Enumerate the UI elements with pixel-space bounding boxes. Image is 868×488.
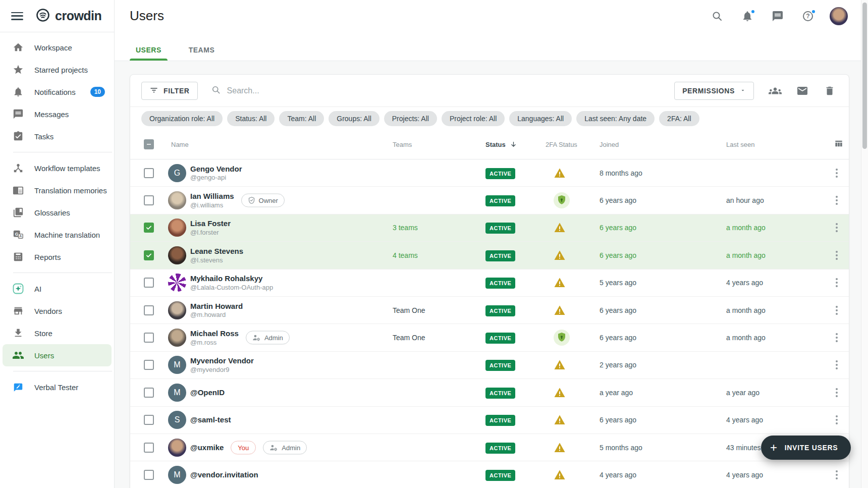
teams-link[interactable]: Team One (393, 306, 425, 314)
filter-chip-project-role[interactable]: Project role: All (442, 111, 505, 126)
user-name[interactable]: Gengo Vendor (190, 164, 242, 174)
filter-chip-organization-role[interactable]: Organization role: All (141, 111, 223, 126)
sidebar-item-starred-projects[interactable]: Starred projects (0, 59, 114, 81)
scrollbar-thumb[interactable] (862, 3, 867, 149)
column-header-joined[interactable]: Joined (600, 141, 619, 148)
teams-link[interactable]: 3 teams (393, 224, 418, 232)
table-row[interactable]: S@saml-testACTIVE6 years ago4 years ago (130, 407, 849, 434)
user-name[interactable]: @saml-test (190, 415, 231, 425)
user-name[interactable]: @uxmike (190, 443, 224, 452)
user-name[interactable]: Ian Williams (190, 192, 234, 201)
row-menu-icon[interactable] (834, 276, 840, 289)
row-checkbox[interactable] (144, 168, 154, 178)
row-checkbox[interactable] (144, 223, 154, 233)
table-row[interactable]: Martin Howard@m.howardTeam OneACTIVE6 ye… (130, 297, 849, 324)
table-row[interactable]: MMyvendor Vendor@myvendor9ACTIVE2 years … (130, 352, 849, 379)
row-checkbox[interactable] (144, 415, 154, 425)
column-header-teams[interactable]: Teams (393, 141, 412, 148)
sidebar-item-workspace[interactable]: Workspace (0, 36, 114, 59)
user-name[interactable]: @vendor.invitation (190, 470, 258, 480)
table-row[interactable]: Michael Ross@m.rossAdminTeam OneACTIVE6 … (130, 324, 849, 351)
sidebar-item-machine-translation[interactable]: GAMachine translation (0, 224, 114, 246)
messages-icon[interactable] (769, 8, 786, 25)
sidebar-item-ai[interactable]: AI (0, 278, 114, 300)
column-header-name[interactable]: Name (171, 141, 189, 148)
filter-chip-team[interactable]: Team: All (279, 111, 324, 126)
row-checkbox[interactable] (144, 333, 154, 343)
row-menu-icon[interactable] (834, 468, 840, 481)
row-checkbox[interactable] (144, 470, 154, 480)
row-menu-icon[interactable] (834, 331, 840, 344)
user-name[interactable]: Michael Ross (190, 329, 239, 339)
table-row[interactable]: Mykhailo Rohalskyy@Lalala-Custom-OAuth-a… (130, 269, 849, 297)
sidebar-item-users[interactable]: Users (3, 344, 112, 366)
table-row[interactable]: Leane Stevens@l.stevens4 teamsACTIVE6 ye… (130, 242, 849, 269)
notifications-bell-icon[interactable] (739, 8, 756, 25)
sidebar-item-verbal-tester[interactable]: Verbal Tester (0, 376, 114, 398)
sidebar-item-workflow-templates[interactable]: Workflow templates (0, 157, 114, 179)
sidebar-item-tasks[interactable]: Tasks (0, 125, 114, 147)
tab-users[interactable]: USERS (130, 46, 168, 61)
user-name[interactable]: Martin Howard (190, 301, 243, 311)
sidebar-item-messages[interactable]: Messages (0, 103, 114, 125)
row-checkbox[interactable] (144, 250, 154, 260)
search-icon[interactable] (709, 8, 726, 25)
sidebar-item-vendors[interactable]: Vendors (0, 300, 114, 322)
filter-chip-last-seen[interactable]: Last seen: Any date (576, 111, 655, 126)
sidebar-item-reports[interactable]: Reports (0, 246, 114, 268)
invite-users-button[interactable]: + INVITE USERS (761, 436, 851, 460)
teams-link[interactable]: 4 teams (393, 251, 418, 259)
user-name[interactable]: Leane Stevens (190, 246, 243, 256)
filter-button[interactable]: FILTER (141, 82, 198, 100)
row-menu-icon[interactable] (834, 194, 840, 207)
user-avatar[interactable] (830, 7, 848, 25)
help-icon[interactable]: ? (799, 8, 817, 25)
scrollbar-track[interactable] (861, 0, 868, 488)
row-checkbox[interactable] (144, 195, 154, 205)
user-name[interactable]: Myvendor Vendor (190, 356, 254, 366)
tab-teams[interactable]: TEAMS (183, 46, 221, 61)
user-name[interactable]: Lisa Foster (190, 219, 231, 229)
filter-chip-2fa[interactable]: 2FA: All (659, 111, 699, 126)
table-row[interactable]: M@OpenIDACTIVEa year agoa year ago (130, 379, 849, 406)
hamburger-menu-icon[interactable] (11, 12, 23, 20)
column-header-status[interactable]: Status (485, 141, 517, 148)
row-menu-icon[interactable] (834, 413, 840, 426)
column-header-2fa[interactable]: 2FA Status (546, 141, 577, 148)
search-input[interactable] (227, 86, 439, 95)
filter-chip-projects[interactable]: Projects: All (384, 111, 437, 126)
filter-chip-groups[interactable]: Groups: All (329, 111, 379, 126)
user-name[interactable]: @OpenID (190, 388, 225, 397)
row-checkbox[interactable] (144, 305, 154, 315)
row-menu-icon[interactable] (834, 167, 840, 180)
teams-link[interactable]: Team One (393, 334, 425, 342)
manage-teams-icon[interactable] (767, 83, 783, 99)
sidebar-item-translation-memories[interactable]: Translation memories (0, 179, 114, 201)
row-menu-icon[interactable] (834, 221, 840, 234)
sidebar-item-glossaries[interactable]: Glossaries (0, 201, 114, 224)
filter-chip-status[interactable]: Status: All (227, 111, 275, 126)
row-checkbox[interactable] (144, 443, 154, 453)
row-menu-icon[interactable] (834, 249, 840, 262)
table-row[interactable]: Lisa Foster@l.forster3 teamsACTIVE6 year… (130, 214, 849, 242)
permissions-button[interactable]: PERMISSIONS (674, 82, 754, 100)
table-row[interactable]: Ian Williams@i.williamsOwnerACTIVE6 year… (130, 187, 849, 214)
column-settings-icon[interactable] (834, 139, 844, 150)
sidebar-item-store[interactable]: Store (0, 322, 114, 344)
row-menu-icon[interactable] (834, 304, 840, 317)
crowdin-logo[interactable]: crowdin (35, 8, 101, 25)
row-menu-icon[interactable] (834, 358, 840, 371)
filter-chip-languages[interactable]: Languages: All (509, 111, 572, 126)
delete-icon[interactable] (822, 83, 838, 99)
table-row[interactable]: GGengo Vendor@gengo-apiACTIVE8 months ag… (130, 159, 849, 187)
row-checkbox[interactable] (144, 360, 154, 370)
row-checkbox[interactable] (144, 388, 154, 398)
row-checkbox[interactable] (144, 278, 154, 288)
column-header-last-seen[interactable]: Last seen (726, 141, 754, 148)
row-menu-icon[interactable] (834, 386, 840, 399)
table-row[interactable]: M@vendor.invitationACTIVE4 years ago4 ye… (130, 461, 849, 488)
user-name[interactable]: Mykhailo Rohalskyy (190, 274, 273, 284)
select-all-checkbox[interactable] (144, 139, 154, 149)
email-icon[interactable] (794, 83, 810, 99)
sidebar-item-notifications[interactable]: Notifications10 (0, 81, 114, 103)
